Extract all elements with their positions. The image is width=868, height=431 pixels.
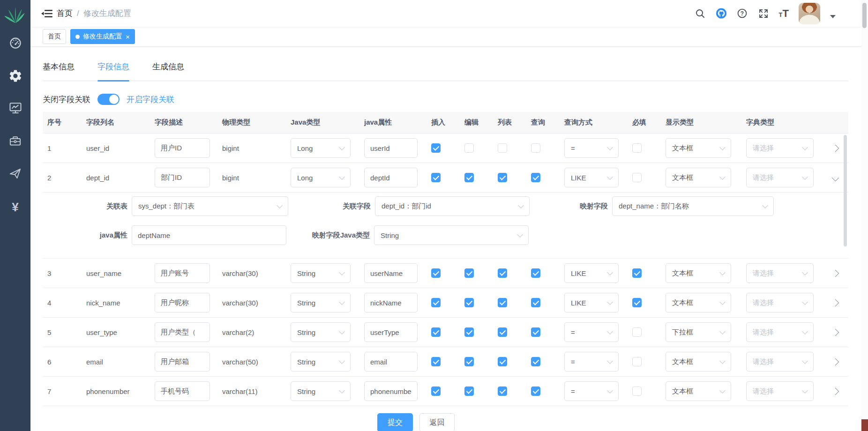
display-type-select[interactable]: 文本框 <box>666 352 731 372</box>
description-input[interactable] <box>155 263 210 283</box>
query-type-select[interactable]: LIKE <box>564 263 619 283</box>
java-attr-input[interactable] <box>364 168 418 187</box>
required-checkbox[interactable] <box>632 357 642 366</box>
description-input[interactable] <box>155 293 210 312</box>
required-checkbox[interactable] <box>632 268 642 278</box>
display-type-select[interactable]: 文本框 <box>666 263 731 283</box>
tab-item[interactable]: 生成信息 <box>152 52 184 81</box>
query-checkbox[interactable] <box>531 386 540 396</box>
list-checkbox[interactable] <box>498 173 507 182</box>
list-checkbox[interactable] <box>498 298 507 307</box>
list-checkbox[interactable] <box>498 268 507 278</box>
font-size-button[interactable]: TT <box>779 7 789 20</box>
query-checkbox[interactable] <box>531 143 540 153</box>
list-checkbox[interactable] <box>498 357 507 366</box>
display-type-select[interactable]: 文本框 <box>666 381 731 401</box>
description-input[interactable] <box>155 138 210 158</box>
expand-row-icon[interactable] <box>832 269 839 277</box>
tab-item[interactable]: 基本信息 <box>43 52 75 81</box>
insert-checkbox[interactable] <box>431 386 441 396</box>
avatar-caret-down-icon[interactable] <box>830 15 836 18</box>
expand-row-icon[interactable] <box>832 387 839 395</box>
tag-active[interactable]: 修改生成配置× <box>70 29 135 44</box>
association-switch[interactable] <box>97 94 120 105</box>
query-checkbox[interactable] <box>531 268 540 278</box>
insert-checkbox[interactable] <box>431 268 441 278</box>
query-checkbox[interactable] <box>531 173 540 182</box>
expand-row-icon[interactable] <box>832 144 839 152</box>
back-button[interactable]: 返回 <box>419 413 455 431</box>
description-input[interactable] <box>155 352 210 372</box>
query-checkbox[interactable] <box>531 327 540 337</box>
submit-button[interactable]: 提交 <box>377 413 413 431</box>
edit-checkbox[interactable] <box>464 173 474 182</box>
query-checkbox[interactable] <box>531 357 540 366</box>
required-checkbox[interactable] <box>632 173 642 182</box>
java-type-select[interactable]: Long <box>291 168 351 187</box>
java-attr-input[interactable] <box>364 293 418 312</box>
collapse-menu-button[interactable] <box>41 8 53 21</box>
user-avatar[interactable] <box>799 3 820 24</box>
app-logo[interactable] <box>0 5 30 24</box>
java-attr-input[interactable] <box>364 322 418 342</box>
window-scrollbar-thumb[interactable] <box>862 3 867 28</box>
dict-type-select[interactable]: 请选择 <box>746 138 814 158</box>
help-button[interactable]: ? <box>737 8 748 19</box>
display-type-select[interactable]: 下拉框 <box>666 322 731 342</box>
dict-type-select[interactable]: 请选择 <box>746 322 814 342</box>
expand-row-icon[interactable] <box>832 328 839 336</box>
sidebar-item-guide[interactable] <box>0 167 30 180</box>
query-checkbox[interactable] <box>531 298 540 307</box>
dict-type-select[interactable]: 请选择 <box>746 263 814 283</box>
sidebar-item-tools[interactable] <box>0 134 30 147</box>
fullscreen-button[interactable] <box>758 8 769 19</box>
display-type-select[interactable]: 文本框 <box>666 138 731 158</box>
edit-checkbox[interactable] <box>464 327 474 337</box>
sidebar-item-pay[interactable]: ¥ <box>0 200 30 215</box>
breadcrumb-home[interactable]: 首页 <box>57 8 73 19</box>
description-input[interactable] <box>155 168 210 187</box>
expansion-input[interactable] <box>132 225 286 245</box>
java-type-select[interactable]: String <box>291 322 351 342</box>
required-checkbox[interactable] <box>632 386 642 396</box>
expansion-select[interactable]: String <box>374 225 529 245</box>
description-input[interactable] <box>155 381 210 401</box>
query-type-select[interactable]: LIKE <box>564 168 619 187</box>
edit-checkbox[interactable] <box>464 357 474 366</box>
dict-type-select[interactable]: 请选择 <box>746 352 814 372</box>
list-checkbox[interactable] <box>498 143 507 153</box>
edit-checkbox[interactable] <box>464 268 474 278</box>
java-type-select[interactable]: String <box>291 263 351 283</box>
sidebar-item-monitor[interactable] <box>0 101 30 114</box>
expand-row-icon[interactable] <box>832 299 839 306</box>
query-type-select[interactable]: LIKE <box>564 293 619 312</box>
query-type-select[interactable]: = <box>564 322 619 342</box>
java-type-select[interactable]: Long <box>291 138 351 158</box>
table-scrollbar-thumb[interactable] <box>844 135 847 246</box>
query-type-select[interactable]: = <box>564 381 619 401</box>
tag-item[interactable]: 首页 <box>43 29 66 44</box>
insert-checkbox[interactable] <box>431 357 441 366</box>
dict-type-select[interactable]: 请选择 <box>746 293 814 312</box>
required-checkbox[interactable] <box>632 143 642 153</box>
dict-type-select[interactable]: 请选择 <box>746 381 814 401</box>
java-type-select[interactable]: String <box>291 352 351 372</box>
edit-checkbox[interactable] <box>464 143 474 153</box>
required-checkbox[interactable] <box>632 298 642 307</box>
window-scrollbar[interactable] <box>861 0 868 431</box>
java-type-select[interactable]: String <box>291 293 351 312</box>
display-type-select[interactable]: 文本框 <box>666 168 731 187</box>
insert-checkbox[interactable] <box>431 327 441 337</box>
edit-checkbox[interactable] <box>464 386 474 396</box>
association-link[interactable]: 开启字段关联 <box>127 94 174 105</box>
tag-close-icon[interactable]: × <box>126 33 130 40</box>
expansion-select[interactable]: dept_id：部门id <box>375 196 530 216</box>
java-attr-input[interactable] <box>364 352 418 372</box>
display-type-select[interactable]: 文本框 <box>666 293 731 312</box>
sidebar-item-system[interactable] <box>0 69 30 83</box>
query-type-select[interactable]: = <box>564 138 619 158</box>
java-attr-input[interactable] <box>364 263 418 283</box>
required-checkbox[interactable] <box>632 327 642 337</box>
expansion-select[interactable]: dept_name：部门名称 <box>612 196 774 216</box>
tab-active[interactable]: 字段信息 <box>97 52 129 81</box>
